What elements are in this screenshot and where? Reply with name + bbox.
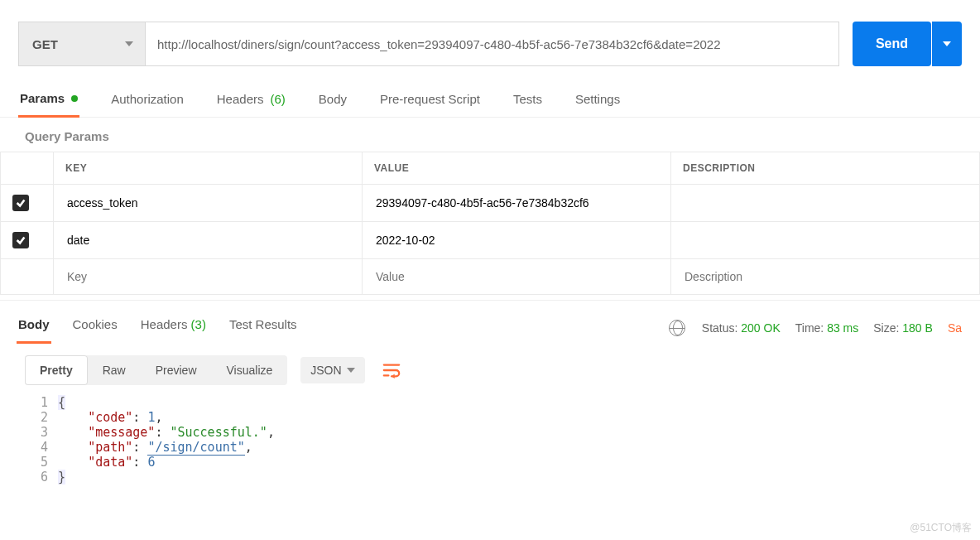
param-value-input[interactable] xyxy=(374,195,659,210)
size-label: Size: xyxy=(873,321,899,335)
save-response-button[interactable]: Sa xyxy=(948,321,963,335)
resp-tab-body-label: Body xyxy=(18,317,50,331)
json-colon: : xyxy=(132,410,147,425)
query-params-table: KEY VALUE DESCRIPTION xyxy=(0,152,980,295)
size-value: 180 B xyxy=(902,321,933,335)
resp-tab-headers-label: Headers xyxy=(141,317,188,331)
json-value: "Successful." xyxy=(170,425,267,440)
send-button-label: Send xyxy=(876,36,908,51)
col-description: DESCRIPTION xyxy=(671,152,980,185)
resp-tab-cookies[interactable]: Cookies xyxy=(71,312,119,344)
http-method-value: GET xyxy=(32,37,58,51)
time-label: Time: xyxy=(795,321,824,335)
response-tabs: Body Cookies Headers (3) Test Results xyxy=(17,312,669,344)
status-value: 200 OK xyxy=(741,321,780,335)
json-value: "/sign/count" xyxy=(147,440,244,456)
line-number: 6 xyxy=(33,470,58,485)
resp-tab-headers[interactable]: Headers (3) xyxy=(139,312,208,344)
query-params-title: Query Params xyxy=(0,118,980,152)
tab-pre-request[interactable]: Pre-request Script xyxy=(378,83,482,117)
send-dropdown[interactable] xyxy=(932,22,962,66)
line-number: 1 xyxy=(33,395,58,410)
json-key: "message" xyxy=(88,425,155,440)
json-key: "data" xyxy=(88,455,132,470)
col-value: VALUE xyxy=(363,152,671,185)
param-description-input[interactable] xyxy=(683,269,968,284)
tab-headers-label: Headers xyxy=(217,92,264,106)
check-icon xyxy=(15,234,26,246)
line-number: 3 xyxy=(33,425,58,440)
resp-tab-test-results[interactable]: Test Results xyxy=(228,312,299,344)
json-comma: , xyxy=(267,425,275,440)
param-description-input[interactable] xyxy=(683,195,968,210)
tab-settings-label: Settings xyxy=(575,92,620,106)
param-value-input[interactable] xyxy=(374,269,659,284)
tab-body-label: Body xyxy=(319,92,347,106)
table-row xyxy=(1,185,980,222)
json-key: "code" xyxy=(88,410,132,425)
tab-authorization-label: Authorization xyxy=(111,92,184,106)
view-visualize[interactable]: Visualize xyxy=(212,355,288,385)
wrap-lines-button[interactable] xyxy=(380,359,403,382)
resp-tab-body[interactable]: Body xyxy=(17,312,51,344)
view-mode-segment: Pretty Raw Preview Visualize xyxy=(25,355,287,385)
tab-body[interactable]: Body xyxy=(317,83,348,117)
status-meta: Status: 200 OK xyxy=(702,321,781,335)
resp-tab-test-results-label: Test Results xyxy=(229,317,297,331)
watermark: @51CTO博客 xyxy=(910,521,972,535)
time-value: 83 ms xyxy=(827,321,858,335)
tab-params-label: Params xyxy=(20,91,65,105)
json-key: "path" xyxy=(88,440,132,455)
send-button[interactable]: Send xyxy=(853,22,931,66)
tab-pre-request-label: Pre-request Script xyxy=(380,92,480,106)
json-comma: , xyxy=(155,410,162,425)
globe-icon[interactable] xyxy=(669,320,685,336)
json-colon: : xyxy=(155,425,170,440)
response-body[interactable]: 1{ 2 "code": 1, 3 "message": "Successful… xyxy=(0,388,980,499)
tab-settings[interactable]: Settings xyxy=(574,83,622,117)
request-tabs: Params Authorization Headers (6) Body Pr… xyxy=(0,76,980,118)
view-pretty[interactable]: Pretty xyxy=(25,355,88,385)
status-label: Status: xyxy=(702,321,738,335)
http-method-select[interactable]: GET xyxy=(18,22,146,66)
row-checkbox[interactable] xyxy=(12,232,29,248)
response-format-value: JSON xyxy=(310,364,341,377)
resp-tab-cookies-label: Cookies xyxy=(73,317,118,331)
resp-tab-headers-count: (3) xyxy=(191,317,206,331)
chevron-down-icon xyxy=(347,368,355,373)
view-preview[interactable]: Preview xyxy=(141,355,212,385)
row-checkbox[interactable] xyxy=(12,195,29,211)
chevron-down-icon xyxy=(943,41,951,46)
response-format-select[interactable]: JSON xyxy=(300,357,364,383)
tab-authorization[interactable]: Authorization xyxy=(109,83,185,117)
param-key-input[interactable] xyxy=(65,269,350,284)
check-icon xyxy=(15,197,26,209)
modified-dot-icon xyxy=(71,95,78,102)
param-key-input[interactable] xyxy=(65,195,350,210)
param-description-input[interactable] xyxy=(683,233,968,248)
brace-close: } xyxy=(58,470,65,485)
line-number: 5 xyxy=(33,455,58,470)
brace-open: { xyxy=(58,395,65,410)
json-value: 6 xyxy=(147,455,155,470)
tab-tests-label: Tests xyxy=(513,92,542,106)
tab-tests[interactable]: Tests xyxy=(512,83,544,117)
line-number: 4 xyxy=(33,440,58,455)
param-key-input[interactable] xyxy=(65,233,350,248)
view-raw[interactable]: Raw xyxy=(88,355,141,385)
chevron-down-icon xyxy=(125,41,133,46)
table-row xyxy=(1,222,980,259)
tab-headers-count: (6) xyxy=(270,92,285,106)
time-meta: Time: 83 ms xyxy=(795,321,859,335)
size-meta: Size: 180 B xyxy=(873,321,933,335)
col-key: KEY xyxy=(54,152,363,185)
wrap-lines-icon xyxy=(382,362,401,378)
line-number: 2 xyxy=(33,410,58,425)
json-colon: : xyxy=(132,455,147,470)
json-colon: : xyxy=(132,440,147,455)
param-value-input[interactable] xyxy=(374,233,659,248)
tab-params[interactable]: Params xyxy=(18,83,79,118)
tab-headers[interactable]: Headers (6) xyxy=(215,83,287,117)
json-comma: , xyxy=(245,440,252,455)
url-input[interactable] xyxy=(146,22,839,66)
